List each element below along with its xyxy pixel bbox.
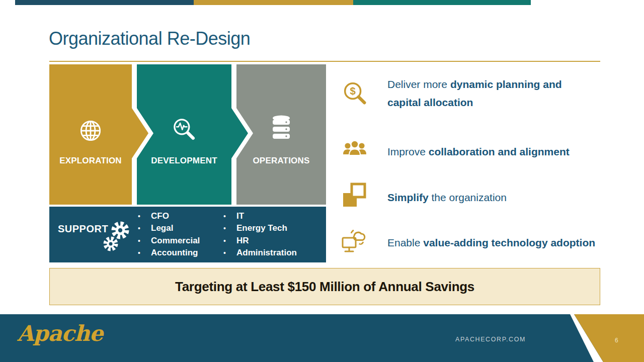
apache-logo: Apache [17, 321, 103, 346]
bullet-icon: • [138, 210, 151, 222]
presentation-slide: Organizational Re-Design EXPLORATION DEV… [0, 0, 644, 362]
people-icon [340, 138, 369, 162]
stage-label-development: DEVELOPMENT [137, 156, 231, 166]
bullet-icon: • [138, 247, 151, 259]
seismic-magnifier-icon [170, 115, 198, 143]
top-accent-gold [194, 0, 353, 5]
list-item: •Accounting [138, 247, 200, 259]
list-item: •HR [223, 235, 297, 247]
stage-label-exploration: EXPLORATION [49, 156, 132, 166]
globe-icon [76, 117, 105, 145]
list-item: •CFO [138, 210, 200, 222]
stage-operations: OPERATIONS [236, 64, 326, 205]
svg-text:$: $ [350, 85, 355, 97]
benefit-item: Enable value-adding technology adoption [387, 234, 595, 252]
title-divider [49, 61, 600, 62]
list-item: •IT [223, 210, 297, 222]
gears-icon [100, 219, 131, 256]
top-accent-teal [353, 0, 531, 5]
support-column-2: •IT •Energy Tech •HR •Administration [223, 210, 297, 259]
stage-label-operations: OPERATIONS [236, 156, 326, 166]
overlapping-squares-icon [342, 182, 368, 207]
benefit-item: Simplify the organization [387, 189, 507, 207]
stage-exploration: EXPLORATION [49, 64, 148, 205]
support-bar: SUPPORT •CFO •Legal •Commercial •Account… [49, 207, 326, 262]
bullet-icon: • [223, 235, 236, 247]
bullet-icon: • [138, 235, 151, 247]
top-accent-navy [15, 0, 194, 5]
list-item: •Energy Tech [223, 222, 297, 234]
list-item: •Commercial [138, 235, 200, 247]
bullet-icon: • [138, 222, 151, 234]
dollar-magnifier-icon: $ [340, 78, 369, 108]
support-column-1: •CFO •Legal •Commercial •Accounting [138, 210, 200, 259]
bullet-icon: • [223, 210, 236, 222]
benefit-item: Improve collaboration and alignment [387, 143, 570, 161]
bullet-icon: • [223, 247, 236, 259]
footer-website: APACHECORP.COM [455, 336, 526, 343]
savings-banner: Targeting at Least $150 Million of Annua… [49, 268, 600, 305]
list-item: •Legal [138, 222, 200, 234]
cloud-technology-icon [339, 225, 369, 253]
stage-development: DEVELOPMENT [137, 64, 248, 205]
page-title: Organizational Re-Design [49, 28, 250, 49]
benefit-item: Deliver more dynamic planning and capita… [387, 75, 589, 112]
list-item: •Administration [223, 247, 297, 259]
savings-banner-text: Targeting at Least $150 Million of Annua… [175, 279, 474, 295]
database-icon [268, 115, 294, 144]
bullet-icon: • [223, 222, 236, 234]
page-number: 6 [615, 337, 618, 344]
